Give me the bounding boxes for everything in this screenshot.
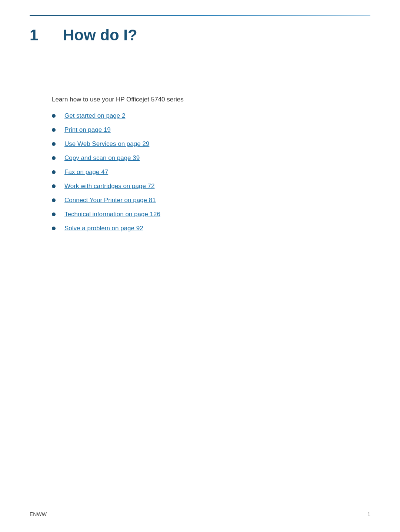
list-item: Use Web Services on page 29 xyxy=(52,140,370,148)
bullet-icon xyxy=(52,227,56,230)
list-item: Technical information on page 126 xyxy=(52,211,370,218)
bullet-icon xyxy=(52,142,56,146)
toc-link-web-services[interactable]: Use Web Services on page 29 xyxy=(64,140,149,148)
footer-left: ENWW xyxy=(30,511,47,517)
list-item: Print on page 19 xyxy=(52,126,370,134)
list-item: Get started on page 2 xyxy=(52,112,370,120)
bullet-icon xyxy=(52,114,56,118)
chapter-title: How do I? xyxy=(63,26,137,44)
toc-list: Get started on page 2Print on page 19Use… xyxy=(52,112,370,232)
bullet-icon xyxy=(52,184,56,188)
list-item: Fax on page 47 xyxy=(52,168,370,176)
toc-link-connect-printer[interactable]: Connect Your Printer on page 81 xyxy=(64,197,156,204)
bullet-icon xyxy=(52,156,56,160)
bullet-icon xyxy=(52,128,56,132)
bullet-icon xyxy=(52,213,56,216)
toc-link-print[interactable]: Print on page 19 xyxy=(64,126,111,134)
footer-right: 1 xyxy=(367,511,370,517)
list-item: Solve a problem on page 92 xyxy=(52,225,370,232)
chapter-header: 1 How do I? xyxy=(30,16,370,44)
toc-link-solve-problem[interactable]: Solve a problem on page 92 xyxy=(64,225,143,232)
list-item: Connect Your Printer on page 81 xyxy=(52,197,370,204)
page-container: 1 How do I? Learn how to use your HP Off… xyxy=(0,0,400,532)
toc-link-cartridges[interactable]: Work with cartridges on page 72 xyxy=(64,183,154,190)
chapter-number: 1 xyxy=(30,26,48,44)
list-item: Copy and scan on page 39 xyxy=(52,154,370,162)
bullet-icon xyxy=(52,198,56,202)
toc-link-fax[interactable]: Fax on page 47 xyxy=(64,168,108,176)
page-footer: ENWW 1 xyxy=(30,511,370,517)
bullet-icon xyxy=(52,170,56,174)
list-item: Work with cartridges on page 72 xyxy=(52,183,370,190)
toc-link-get-started[interactable]: Get started on page 2 xyxy=(64,112,125,120)
toc-link-technical-info[interactable]: Technical information on page 126 xyxy=(64,211,160,218)
intro-text: Learn how to use your HP Officejet 5740 … xyxy=(52,96,370,103)
toc-link-copy-scan[interactable]: Copy and scan on page 39 xyxy=(64,154,140,162)
